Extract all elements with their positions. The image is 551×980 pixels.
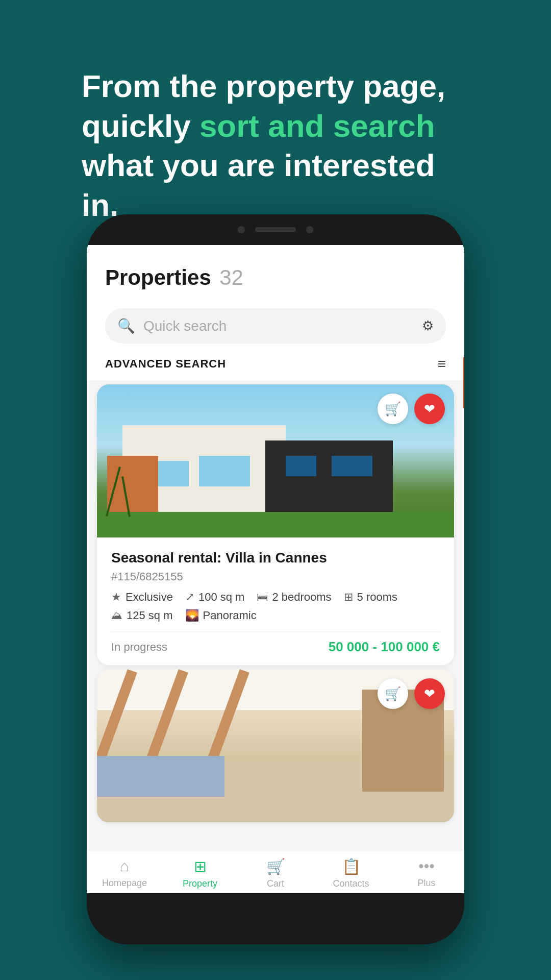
feature-exclusive: ★ Exclusive: [111, 591, 173, 604]
sofa: [97, 756, 224, 797]
feature-view: 🌄 Panoramic: [185, 609, 257, 622]
cart-icon: 🛒: [266, 857, 285, 875]
nav-label-contacts: Contacts: [333, 878, 369, 889]
card-price-1: 50 000 - 100 000 €: [329, 639, 440, 655]
hero-section: From the property page, quickly sort and…: [82, 66, 469, 225]
feature-land-label: 125 sq m: [127, 609, 173, 622]
phone-frame: Properties 32 🔍 Quick search ⚙ ADVANCED …: [87, 214, 464, 944]
phone-camera: [238, 226, 245, 233]
view-icon: 🌄: [185, 609, 199, 622]
villa-dark-body: [265, 440, 393, 517]
search-placeholder-text: Quick search: [143, 318, 414, 334]
page-title: Properties: [105, 265, 211, 289]
card-ref-1: #115/6825155: [111, 570, 440, 583]
screen-content: Properties 32 🔍 Quick search ⚙ ADVANCED …: [87, 245, 464, 893]
property-card-1[interactable]: 🛒 ❤ Seasonal rental: Villa in Cannes #11…: [97, 384, 454, 665]
filter-icon[interactable]: ⚙: [422, 318, 434, 334]
screen-header: Properties 32: [87, 245, 464, 300]
feature-area: ⤢ 100 sq m: [185, 591, 245, 604]
card-status-1: In progress: [111, 641, 167, 654]
villa-window2: [332, 456, 372, 476]
add-to-cart-button-2[interactable]: 🛒: [378, 678, 408, 709]
favorite-button[interactable]: ❤: [414, 394, 445, 424]
cards-area: 🛒 ❤ Seasonal rental: Villa in Cannes #11…: [87, 380, 464, 850]
feature-rooms-label: 5 rooms: [357, 591, 397, 604]
feature-land: ⛰ 125 sq m: [111, 609, 173, 622]
hero-line2-before: quickly: [82, 108, 199, 143]
home-icon: ⌂: [120, 857, 129, 875]
land-icon: ⛰: [111, 609, 122, 622]
advanced-search-label[interactable]: ADVANCED SEARCH: [105, 357, 226, 371]
phone-screen: Properties 32 🔍 Quick search ⚙ ADVANCED …: [87, 245, 464, 893]
feature-rooms: ⊞ 5 rooms: [344, 591, 397, 604]
bed-icon: 🛏: [257, 591, 268, 604]
nav-item-plus[interactable]: ••• Plus: [389, 857, 464, 889]
card-features-1: ★ Exclusive ⤢ 100 sq m 🛏 2 bedrooms: [111, 591, 440, 622]
rooms-icon: ⊞: [344, 591, 353, 604]
property-card-2[interactable]: 🛒 ❤: [97, 669, 454, 822]
card-image-1: 🛒 ❤: [97, 384, 454, 537]
nav-item-homepage[interactable]: ⌂ Homepage: [87, 857, 162, 889]
card-title-1: Seasonal rental: Villa in Cannes: [111, 550, 440, 566]
hero-line1: From the property page,: [82, 68, 445, 104]
nav-label-plus: Plus: [417, 878, 435, 889]
advanced-search-bar: ADVANCED SEARCH ≡: [87, 352, 464, 380]
phone-camera-2: [306, 226, 313, 233]
nav-label-homepage: Homepage: [102, 878, 147, 889]
feature-view-label: Panoramic: [203, 609, 257, 622]
phone-bottom-bar: [87, 893, 464, 944]
feature-area-label: 100 sq m: [198, 591, 245, 604]
nav-item-contacts[interactable]: 📋 Contacts: [313, 857, 389, 889]
nav-label-property: Property: [183, 878, 217, 889]
more-icon: •••: [418, 857, 435, 875]
star-icon: ★: [111, 591, 121, 604]
feature-exclusive-label: Exclusive: [126, 591, 173, 604]
card-image-2: 🛒 ❤: [97, 669, 454, 822]
sort-icon[interactable]: ≡: [438, 356, 446, 372]
villa-window3: [158, 461, 189, 486]
add-to-cart-button[interactable]: 🛒: [378, 394, 408, 424]
area-icon: ⤢: [185, 591, 194, 604]
nav-item-property[interactable]: ⊞ Property: [162, 857, 238, 889]
bottom-nav: ⌂ Homepage ⊞ Property 🛒 Cart 📋 Contacts …: [87, 850, 464, 893]
hero-highlight: sort and search: [199, 108, 435, 143]
card-body-1: Seasonal rental: Villa in Cannes #115/68…: [97, 537, 454, 665]
contacts-icon: 📋: [342, 857, 361, 875]
nav-label-cart: Cart: [267, 878, 284, 889]
villa-window1: [286, 456, 316, 476]
search-bar[interactable]: 🔍 Quick search ⚙: [105, 308, 446, 344]
phone-top-bar: [87, 214, 464, 245]
search-icon: 🔍: [117, 317, 135, 334]
feature-bedrooms-label: 2 bedrooms: [272, 591, 331, 604]
phone-side-button: [463, 357, 464, 408]
villa-grass: [97, 512, 454, 537]
feature-bedrooms: 🛏 2 bedrooms: [257, 591, 331, 604]
favorite-button-2[interactable]: ❤: [414, 678, 445, 709]
villa-window4: [199, 456, 250, 486]
card-footer-1: In progress 50 000 - 100 000 €: [111, 631, 440, 655]
nav-item-cart[interactable]: 🛒 Cart: [238, 857, 313, 889]
phone-speaker: [255, 227, 296, 232]
properties-count: 32: [219, 265, 243, 289]
hero-line3: what you are interested in.: [82, 148, 435, 223]
property-icon: ⊞: [194, 857, 207, 875]
